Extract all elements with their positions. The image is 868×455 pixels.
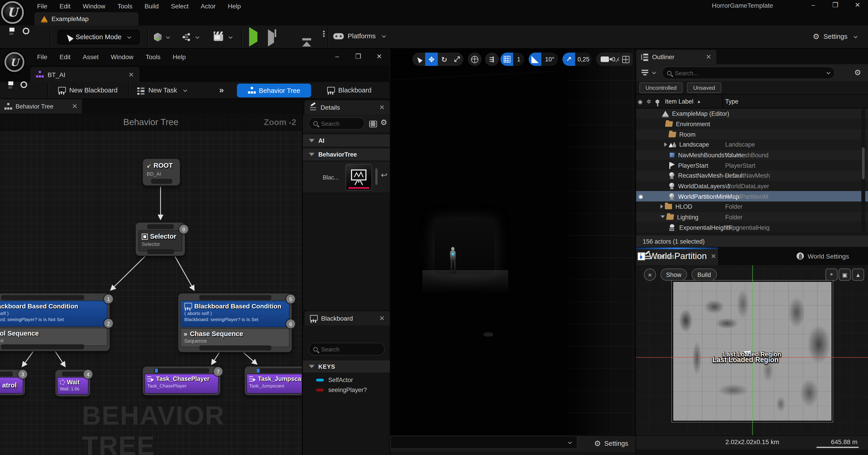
blackboard-search[interactable] bbox=[308, 343, 385, 355]
uncontrolled-badge[interactable]: Uncontrolled bbox=[640, 83, 683, 93]
level-viewport[interactable]: ✥ ↻ ⤢ ⇶ 1 10° ↗ 0,25 0,4 ⚙ Settings bbox=[391, 49, 636, 455]
add-actor-button[interactable]: + bbox=[154, 33, 169, 41]
tab-close-icon[interactable]: ✕ bbox=[706, 53, 711, 61]
section-ai[interactable]: AI bbox=[303, 134, 390, 147]
outliner-row-exponentialheightfog[interactable]: ExponentialHeightFogExponentialHeig bbox=[636, 222, 868, 233]
cinematics-button[interactable] bbox=[214, 34, 232, 41]
patrol-in-pin[interactable] bbox=[1, 295, 84, 300]
node-chase-branch[interactable]: 5 6 Blackboard Based Condition ( aborts … bbox=[178, 294, 292, 352]
tab-close-icon[interactable]: ✕ bbox=[72, 102, 78, 110]
expand-arrow-icon[interactable] bbox=[664, 143, 667, 147]
node-task-chaseplayer[interactable]: 7 Task_ChasePlayer Task_ChasePlayer bbox=[143, 366, 220, 395]
minimize-icon[interactable]: – bbox=[806, 1, 820, 9]
outliner-search-input[interactable] bbox=[675, 69, 821, 76]
keys-header[interactable]: KEYS bbox=[303, 361, 390, 373]
selection-mode-dropdown[interactable]: Selection Mode bbox=[58, 30, 140, 44]
bt-menu-item-asset[interactable]: Asset bbox=[76, 52, 105, 63]
menu-item-actor[interactable]: Actor bbox=[195, 0, 222, 11]
play-options-icon[interactable]: ⋮ bbox=[320, 29, 328, 38]
task-jumpscare-in-pin[interactable] bbox=[257, 368, 302, 373]
maximize-icon[interactable]: ❐ bbox=[828, 1, 843, 9]
outliner-row-worlddatalayers-1[interactable]: WorldDataLayers-1WorldDataLayer bbox=[636, 181, 868, 191]
move-tool-button[interactable]: ✥ bbox=[425, 53, 438, 66]
item-label-column[interactable]: Item Label bbox=[665, 98, 693, 104]
blackboard-mode-button[interactable]: Blackboard bbox=[327, 86, 372, 94]
node-task-wait[interactable]: 4 Wait Wait: 1.0s bbox=[55, 370, 90, 396]
viewport-layout-button[interactable] bbox=[619, 53, 633, 66]
type-column[interactable]: Type bbox=[725, 98, 738, 104]
chase-in-pin[interactable] bbox=[199, 295, 271, 300]
menu-item-select[interactable]: Select bbox=[165, 0, 195, 11]
node-selector[interactable]: 0 Selector Selector bbox=[136, 222, 185, 256]
task-wait-body[interactable]: Wait Wait: 1.0s bbox=[57, 377, 89, 395]
bt-maximize-icon[interactable]: ❐ bbox=[351, 53, 366, 60]
new-blackboard-button[interactable]: New Blackboard bbox=[58, 86, 118, 94]
tab-close-icon[interactable]: ✕ bbox=[379, 103, 385, 111]
details-search-input[interactable] bbox=[321, 120, 360, 127]
blackboard-search-input[interactable] bbox=[321, 346, 380, 352]
favorite-column-icon[interactable]: ✲ bbox=[646, 98, 651, 104]
outliner-row-hlod[interactable]: HLODFolder bbox=[636, 202, 868, 212]
menu-item-build[interactable]: Build bbox=[138, 0, 165, 11]
menu-item-help[interactable]: Help bbox=[222, 0, 247, 11]
level-tab[interactable]: ExampleMap bbox=[34, 12, 138, 26]
mini-scrollbar[interactable] bbox=[375, 169, 378, 185]
task-jumpscare-body[interactable]: Task_Jumpscare Task_Jumpscare bbox=[246, 374, 302, 394]
outliner-row-examplemap-editor-[interactable]: ExampleMap (Editor) bbox=[636, 109, 868, 119]
behavior-tree-graph[interactable]: Behavior Tree Zoom -2 BEHAVIOR TREE ↙ RO… bbox=[0, 114, 302, 455]
wp-menu-button[interactable]: ≡ bbox=[644, 269, 656, 281]
reset-to-default-icon[interactable]: ↩ bbox=[381, 171, 388, 179]
chase-decorator[interactable]: Blackboard Based Condition ( aborts self… bbox=[181, 301, 289, 327]
root-out-pin[interactable] bbox=[151, 179, 172, 184]
world-local-toggle[interactable] bbox=[468, 53, 482, 66]
bt-menu-item-tools[interactable]: Tools bbox=[140, 52, 166, 63]
outliner-row-navmeshboundsvolume[interactable]: NavMeshBoundsVolumeNavMeshBound bbox=[636, 150, 868, 160]
blackboard-key[interactable]: seeingPlayer? bbox=[303, 385, 390, 395]
blackboard-key[interactable]: SelfActor bbox=[303, 375, 390, 385]
details-settings-icon[interactable]: ⚙ bbox=[380, 118, 388, 127]
node-task-jumpscare[interactable]: 8 Task_Jumpscare Task_Jumpscare bbox=[245, 366, 302, 395]
surface-snap-button[interactable]: ⇶ bbox=[485, 53, 499, 66]
outliner-row-environment[interactable]: Environment bbox=[636, 119, 868, 129]
outliner-row-recastnavmesh-default[interactable]: RecastNavMesh-DefaultRecastNavMesh bbox=[636, 171, 868, 181]
expand-arrow-icon[interactable] bbox=[660, 215, 665, 218]
rotation-snap-value[interactable]: 10° bbox=[541, 53, 558, 66]
close-icon[interactable]: ✕ bbox=[850, 1, 865, 9]
build-button[interactable]: Build bbox=[691, 269, 717, 281]
graph-tab[interactable]: Behavior Tree ✕ bbox=[0, 99, 82, 114]
world-partition-panel[interactable]: Last Loaded Region Last Loaded Region ≡ … bbox=[636, 265, 868, 435]
play-button[interactable] bbox=[249, 32, 257, 42]
task-patrol-body[interactable]: atrol bbox=[0, 377, 23, 394]
overflow-chevrons-icon[interactable]: » bbox=[219, 85, 224, 95]
node-task-patrol[interactable]: 3 atrol bbox=[0, 370, 25, 395]
outliner-row-landscape[interactable]: LandscapeLandscape bbox=[636, 140, 868, 150]
patrol-out-pin[interactable] bbox=[1, 344, 84, 350]
tab-close-icon[interactable]: ✕ bbox=[379, 314, 385, 322]
chase-sequence[interactable]: » Chase Sequence Sequence bbox=[181, 328, 289, 347]
outliner-tab[interactable]: Outliner ✕ bbox=[636, 50, 716, 64]
selector-in-pin[interactable] bbox=[147, 224, 174, 229]
bt-asset-tab[interactable]: BT_AI ✕ bbox=[30, 67, 140, 82]
eject-button[interactable] bbox=[302, 32, 311, 42]
menu-item-window[interactable]: Window bbox=[76, 0, 112, 11]
patrol-sequence[interactable]: » Patrol Sequence Sequence bbox=[0, 328, 107, 346]
wp-region-tool-button[interactable]: ▣ bbox=[839, 269, 851, 281]
outliner-row-playerstart[interactable]: PlayerStartPlayerStart bbox=[636, 160, 868, 171]
task-wait-in-pin[interactable] bbox=[62, 371, 84, 376]
expand-arrow-icon[interactable] bbox=[660, 204, 663, 209]
settings-dropdown[interactable]: ⚙ Settings bbox=[813, 32, 857, 41]
menu-item-file[interactable]: File bbox=[31, 0, 54, 11]
details-tab[interactable]: Details ✕ bbox=[305, 100, 390, 115]
node-root[interactable]: ↙ ROOT BD_AI bbox=[143, 159, 180, 185]
behavior-tree-mode-button[interactable]: Behavior Tree bbox=[237, 84, 311, 97]
rotate-tool-button[interactable]: ↻ bbox=[438, 53, 451, 66]
show-button[interactable]: Show bbox=[660, 269, 687, 281]
outliner-filter-button[interactable] bbox=[642, 70, 655, 76]
visibility-column-icon[interactable]: ◉ bbox=[638, 98, 643, 104]
tab-close-icon[interactable]: ✕ bbox=[711, 252, 716, 260]
patrol-decorator[interactable]: Blackboard Based Condition ( aborts self… bbox=[0, 301, 107, 327]
blackboard-asset-thumbnail[interactable] bbox=[345, 164, 372, 190]
bt-menu-item-help[interactable]: Help bbox=[166, 52, 192, 63]
pin-column-icon[interactable] bbox=[655, 99, 659, 103]
column-divider[interactable] bbox=[722, 96, 723, 108]
